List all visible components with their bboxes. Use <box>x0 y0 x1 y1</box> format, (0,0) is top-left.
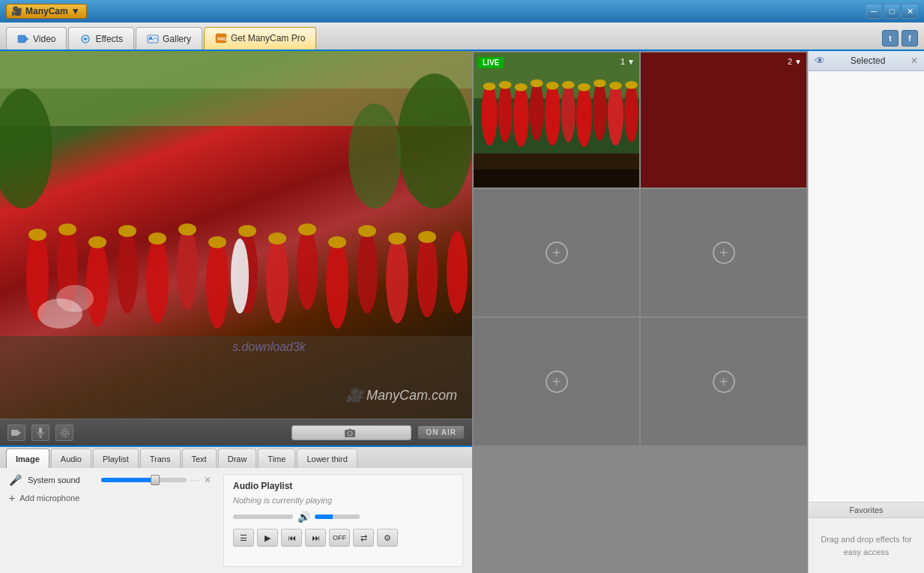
tab-get-pro[interactable]: PRO Get ManyCam Pro <box>204 27 316 50</box>
svg-point-37 <box>358 225 376 237</box>
prev-icon: ⏮ <box>288 533 296 542</box>
svg-point-21 <box>357 231 378 314</box>
playlist-play-button[interactable]: ▶ <box>257 529 278 547</box>
facebook-button[interactable]: f <box>902 30 918 46</box>
playlist-list-button[interactable]: ☰ <box>233 529 254 547</box>
grid-cell-3[interactable]: + <box>474 189 639 316</box>
main-video-preview: s.download3k 🎥 ManyCam.com <box>0 51 472 418</box>
svg-point-29 <box>118 225 136 237</box>
audio-dots: ···· <box>190 476 201 484</box>
tab-draw[interactable]: Draw <box>218 448 257 468</box>
navbar: Video Effects Gallery PRO Get ManyCam Pr… <box>0 22 924 51</box>
add-source-button-3[interactable]: + <box>546 242 568 264</box>
volume-slider-right[interactable] <box>315 514 360 519</box>
grid-cell-5[interactable]: + <box>474 318 639 446</box>
svg-point-71 <box>515 83 528 92</box>
audio-playlist-title: Audio Playlist <box>233 481 453 491</box>
add-source-button-5[interactable]: + <box>546 370 568 393</box>
microphone-toggle-button[interactable] <box>31 424 49 441</box>
add-source-button-4[interactable]: + <box>713 242 735 264</box>
svg-point-13 <box>117 231 138 314</box>
system-sound-label: System sound <box>28 476 95 484</box>
tab-lower-third-label: Lower third <box>307 454 347 464</box>
play-icon: ▶ <box>265 533 271 543</box>
tab-text[interactable]: Text <box>182 448 217 468</box>
cell-1-dropdown[interactable]: ▼ <box>627 58 635 66</box>
favorites-label: Favorites <box>809 502 924 518</box>
twitter-button[interactable]: t <box>882 30 899 46</box>
selected-close-button[interactable]: ✕ <box>911 56 918 66</box>
svg-point-62 <box>545 82 561 146</box>
svg-text:s.download3k: s.download3k <box>232 340 307 353</box>
cell-2-dropdown[interactable]: ▼ <box>794 58 802 66</box>
camera-toggle-button[interactable] <box>7 424 25 441</box>
svg-rect-79 <box>474 170 639 188</box>
settings-button[interactable] <box>55 424 73 441</box>
tab-time[interactable]: Time <box>258 448 295 468</box>
add-microphone-label: Add microphone <box>19 494 79 502</box>
cell-1-content: LIVE 1 ▼ <box>474 52 639 188</box>
system-sound-slider[interactable] <box>101 478 187 482</box>
video-background: s.download3k 🎥 ManyCam.com <box>0 51 472 418</box>
pro-icon: PRO <box>215 32 227 44</box>
add-source-button-6[interactable]: + <box>713 370 735 393</box>
on-air-button[interactable]: ON AIR <box>417 425 465 440</box>
maximize-button[interactable]: □ <box>884 4 900 19</box>
tab-playlist[interactable]: Playlist <box>93 448 139 468</box>
system-sound-close-button[interactable]: ✕ <box>204 475 211 485</box>
tab-effects[interactable]: Effects <box>68 27 133 50</box>
grid-cell-4[interactable]: + <box>641 189 806 316</box>
close-button[interactable]: ✕ <box>902 4 918 19</box>
svg-point-32 <box>208 236 226 248</box>
add-microphone-button[interactable]: + Add microphone <box>9 492 211 504</box>
app-logo-icon: 🎥 <box>11 6 22 16</box>
minimize-button[interactable]: ─ <box>866 4 882 19</box>
screenshot-button[interactable] <box>292 425 411 440</box>
app-menu-button[interactable]: 🎥 ManyCam ▼ <box>6 4 87 19</box>
tab-time-label: Time <box>268 454 286 464</box>
add-icon-4: + <box>719 244 728 262</box>
drop-hint: Drag and drop effects for easy access <box>809 518 924 573</box>
audio-playlist-panel: Audio Playlist Nothing is currently play… <box>223 474 463 567</box>
system-sound-slider-thumb[interactable] <box>151 475 160 485</box>
svg-point-27 <box>58 224 76 236</box>
svg-point-65 <box>593 81 607 141</box>
playlist-shuffle-button[interactable]: ⇄ <box>353 529 374 547</box>
svg-point-76 <box>594 80 606 88</box>
microphone-icon: 🎤 <box>9 474 22 486</box>
svg-point-42 <box>348 104 401 208</box>
playlist-prev-button[interactable]: ⏮ <box>281 529 302 547</box>
svg-point-66 <box>608 82 623 146</box>
playlist-loop-button[interactable]: OFF <box>329 529 350 547</box>
middle-panel: LIVE 1 ▼ 2 ▼ + <box>472 51 808 573</box>
svg-point-52 <box>61 428 69 436</box>
svg-point-67 <box>624 82 638 142</box>
svg-point-14 <box>146 236 169 323</box>
svg-point-26 <box>28 229 46 241</box>
grid-cell-1[interactable]: LIVE 1 ▼ <box>474 52 639 188</box>
svg-point-39 <box>418 231 436 243</box>
svg-point-74 <box>562 81 575 89</box>
svg-point-34 <box>268 232 286 244</box>
grid-cell-6[interactable]: + <box>641 318 806 446</box>
svg-point-16 <box>206 238 229 328</box>
tab-image[interactable]: Image <box>6 448 49 468</box>
svg-point-78 <box>625 81 638 89</box>
playlist-eq-button[interactable]: ⚙ <box>377 529 398 547</box>
volume-slider-left[interactable] <box>233 514 293 519</box>
tab-gallery[interactable]: Gallery <box>136 27 202 50</box>
svg-point-12 <box>86 240 109 327</box>
right-panel: 👁 Selected ✕ Favorites Drag and drop eff… <box>808 51 924 573</box>
playlist-next-button[interactable]: ⏭ <box>305 529 326 547</box>
svg-marker-1 <box>25 37 28 41</box>
tab-trans[interactable]: Trans <box>140 448 181 468</box>
tab-audio[interactable]: Audio <box>51 448 91 468</box>
grid-cell-2[interactable]: 2 ▼ <box>641 52 806 188</box>
gallery-icon <box>147 33 159 45</box>
tab-video[interactable]: Video <box>6 27 67 50</box>
svg-point-73 <box>546 82 559 90</box>
tab-lower-third[interactable]: Lower third <box>297 448 357 468</box>
svg-point-61 <box>530 81 544 141</box>
loop-icon: OFF <box>333 534 346 542</box>
tab-trans-label: Trans <box>150 454 171 464</box>
